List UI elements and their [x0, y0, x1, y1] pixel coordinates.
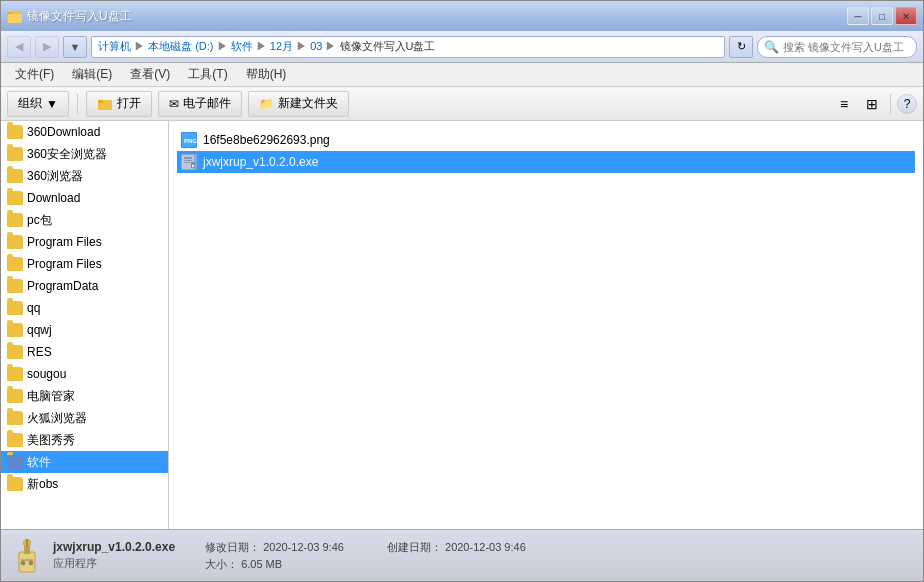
svg-rect-8 — [184, 157, 192, 159]
sidebar-item-11[interactable]: sougou — [1, 363, 168, 385]
folder-icon — [7, 191, 23, 205]
search-container: 🔍 — [757, 36, 917, 58]
search-input[interactable] — [783, 41, 921, 53]
sidebar-item-label: 360Download — [27, 125, 100, 139]
sidebar-item-label: sougou — [27, 367, 66, 381]
file-item-png[interactable]: PNG 16f5e8be62962693.png — [177, 129, 915, 151]
email-label: 电子邮件 — [183, 95, 231, 112]
breadcrumb-text: 计算机 ▶ 本地磁盘 (D:) ▶ 软件 ▶ 12月 ▶ 03 ▶ 镜像文件写入… — [98, 39, 435, 54]
sidebar-item-label: 360浏览器 — [27, 168, 83, 185]
dropdown-button[interactable]: ▼ — [63, 36, 87, 58]
status-size-label: 大小： — [205, 558, 238, 570]
folder-icon — [7, 257, 23, 271]
file-area[interactable]: PNG 16f5e8be62962693.png ▶ — [169, 121, 923, 529]
title-bar: 镜像文件写入U盘工 ─ □ ✕ — [1, 1, 923, 31]
menu-file[interactable]: 文件(F) — [7, 64, 62, 85]
svg-rect-9 — [184, 160, 192, 161]
sidebar-item-0[interactable]: 360Download — [1, 121, 168, 143]
sidebar-item-8[interactable]: qq — [1, 297, 168, 319]
address-bar: ◀ ▶ ▼ 计算机 ▶ 本地磁盘 (D:) ▶ 软件 ▶ 12月 ▶ 03 ▶ … — [1, 31, 923, 63]
organize-dropdown-icon: ▼ — [46, 97, 58, 111]
folder-icon — [7, 235, 23, 249]
folder-icon — [7, 455, 23, 469]
sidebar-item-13[interactable]: 火狐浏览器 — [1, 407, 168, 429]
sidebar-item-label: Program Files — [27, 257, 102, 271]
menu-view[interactable]: 查看(V) — [122, 64, 178, 85]
maximize-button[interactable]: □ — [871, 7, 893, 25]
sidebar-item-15[interactable]: 软件 — [1, 451, 168, 473]
svg-text:PNG: PNG — [184, 138, 197, 144]
svg-point-20 — [29, 561, 33, 565]
view-details-button[interactable]: ≡ — [832, 93, 856, 115]
folder-icon — [7, 125, 23, 139]
sidebar-item-9[interactable]: qqwj — [1, 319, 168, 341]
menu-help[interactable]: 帮助(H) — [238, 64, 295, 85]
folder-icon — [7, 477, 23, 491]
status-bar: jxwjxrup_v1.0.2.0.exe 应用程序 修改日期： 2020-12… — [1, 529, 923, 581]
new-folder-icon: 📁 — [259, 97, 274, 111]
sidebar-item-label: 360安全浏览器 — [27, 146, 107, 163]
organize-button[interactable]: 组织 ▼ — [7, 91, 69, 117]
sidebar-item-label: 软件 — [27, 454, 51, 471]
svg-rect-2 — [8, 14, 22, 23]
menu-tools[interactable]: 工具(T) — [180, 64, 235, 85]
toolbar-separator-2 — [890, 94, 891, 114]
svg-rect-4 — [98, 100, 103, 103]
sidebar-item-1[interactable]: 360安全浏览器 — [1, 143, 168, 165]
sidebar-item-label: Download — [27, 191, 80, 205]
status-create-label: 创建日期： — [387, 541, 442, 553]
status-info: jxwjxrup_v1.0.2.0.exe 应用程序 — [53, 540, 175, 571]
menu-edit[interactable]: 编辑(E) — [64, 64, 120, 85]
sidebar-item-label: 新obs — [27, 476, 58, 493]
open-button[interactable]: 打开 — [86, 91, 152, 117]
sidebar-item-label: pc包 — [27, 212, 52, 229]
folder-icon — [7, 147, 23, 161]
minimize-button[interactable]: ─ — [847, 7, 869, 25]
title-buttons: ─ □ ✕ — [847, 7, 917, 25]
folder-icon — [7, 279, 23, 293]
status-create-date: 2020-12-03 9:46 — [445, 541, 526, 553]
back-button[interactable]: ◀ — [7, 36, 31, 58]
svg-rect-15 — [24, 546, 30, 554]
sidebar-item-label: 火狐浏览器 — [27, 410, 87, 427]
sidebar-item-label: qq — [27, 301, 40, 315]
status-size-value: 6.05 MB — [241, 558, 282, 570]
sidebar-item-12[interactable]: 电脑管家 — [1, 385, 168, 407]
window: 镜像文件写入U盘工 ─ □ ✕ ◀ ▶ ▼ 计算机 ▶ 本地磁盘 (D:) ▶ … — [0, 0, 924, 582]
folder-icon — [7, 345, 23, 359]
toolbar-right: ≡ ⊞ ? — [832, 93, 917, 115]
svg-point-19 — [21, 561, 25, 565]
folder-icon — [7, 323, 23, 337]
search-icon: 🔍 — [764, 40, 779, 54]
breadcrumb[interactable]: 计算机 ▶ 本地磁盘 (D:) ▶ 软件 ▶ 12月 ▶ 03 ▶ 镜像文件写入… — [91, 36, 725, 58]
sidebar-item-6[interactable]: Program Files — [1, 253, 168, 275]
file-item-exe[interactable]: ▶ jxwjxrup_v1.0.2.0.exe — [177, 151, 915, 173]
sidebar-item-label: 电脑管家 — [27, 388, 75, 405]
email-button[interactable]: ✉ 电子邮件 — [158, 91, 242, 117]
status-modify-label: 修改日期： — [205, 541, 260, 553]
sidebar-item-3[interactable]: Download — [1, 187, 168, 209]
window-icon — [7, 8, 23, 24]
window-title: 镜像文件写入U盘工 — [27, 8, 132, 25]
folder-icon — [7, 169, 23, 183]
menu-bar: 文件(F) 编辑(E) 查看(V) 工具(T) 帮助(H) — [1, 63, 923, 87]
status-details: 修改日期： 2020-12-03 9:46 创建日期： 2020-12-03 9… — [205, 540, 526, 572]
new-folder-button[interactable]: 📁 新建文件夹 — [248, 91, 349, 117]
status-size-row: 大小： 6.05 MB — [205, 557, 526, 572]
help-button[interactable]: ? — [897, 94, 917, 114]
close-button[interactable]: ✕ — [895, 7, 917, 25]
forward-button[interactable]: ▶ — [35, 36, 59, 58]
view-tiles-button[interactable]: ⊞ — [860, 93, 884, 115]
sidebar-item-7[interactable]: ProgramData — [1, 275, 168, 297]
sidebar-item-14[interactable]: 美图秀秀 — [1, 429, 168, 451]
sidebar-item-2[interactable]: 360浏览器 — [1, 165, 168, 187]
refresh-button[interactable]: ↻ — [729, 36, 753, 58]
sidebar-item-16[interactable]: 新obs — [1, 473, 168, 495]
sidebar-item-label: RES — [27, 345, 52, 359]
sidebar-item-label: qqwj — [27, 323, 52, 337]
sidebar-item-10[interactable]: RES — [1, 341, 168, 363]
sidebar-item-5[interactable]: Program Files — [1, 231, 168, 253]
sidebar-item-4[interactable]: pc包 — [1, 209, 168, 231]
folder-icon — [7, 411, 23, 425]
email-icon: ✉ — [169, 97, 179, 111]
